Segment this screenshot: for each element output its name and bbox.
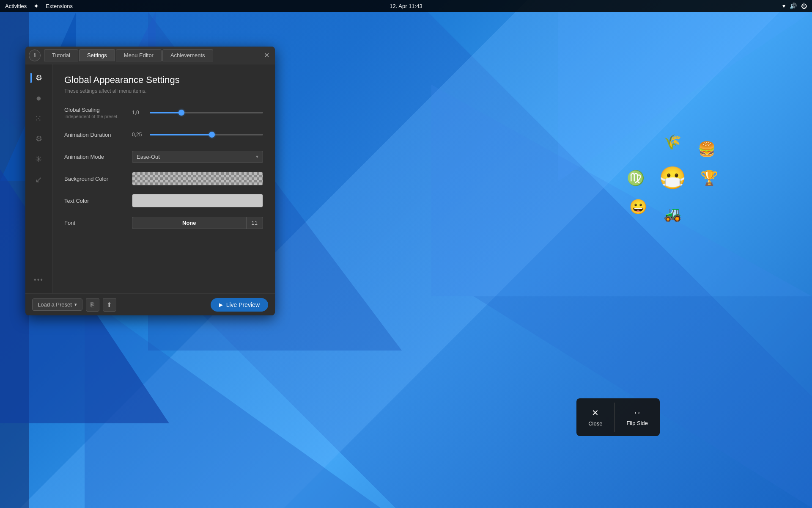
text-color-swatch[interactable] (132, 194, 263, 207)
global-scaling-thumb[interactable] (178, 110, 184, 116)
load-preset-button[interactable]: Load a Preset ▾ (32, 298, 82, 311)
ctx-close-label: Close (588, 420, 602, 427)
gear-icon: ⚙ (36, 73, 42, 83)
font-size-value: 11 (246, 217, 263, 229)
emoji-center[interactable]: 😷 (659, 165, 686, 191)
import-icon: ⬆ (107, 301, 112, 309)
animation-duration-slider[interactable] (150, 134, 263, 135)
animation-duration-label: Animation Duration (64, 132, 132, 138)
import-button[interactable]: ⬆ (103, 298, 116, 312)
font-control-wrapper: None 11 (132, 217, 263, 229)
global-scaling-slider[interactable] (150, 112, 263, 113)
background-color-control (132, 172, 263, 185)
dialog-titlebar: ℹ Tutorial Settings Menu Editor Achievem… (25, 47, 275, 64)
tab-achievements[interactable]: Achievements (162, 49, 213, 61)
topbar-datetime: 12. Apr 11:43 (390, 3, 422, 9)
topbar-left: Activities ✦ Extensions (5, 2, 73, 10)
tab-menu-editor[interactable]: Menu Editor (116, 49, 162, 61)
background-color-label: Background Color (64, 176, 132, 182)
dot-icon: ● (36, 93, 41, 104)
global-scaling-fill (150, 112, 181, 113)
text-color-control (132, 194, 263, 207)
font-selector[interactable]: None 11 (132, 217, 263, 229)
sidebar-item-appearance[interactable]: ⚙ (30, 69, 47, 86)
extensions-label[interactable]: Extensions (46, 3, 73, 9)
font-row: Font None 11 (64, 216, 263, 229)
dialog-tabs: Tutorial Settings Menu Editor Achievemen… (44, 49, 256, 61)
topbar: Activities ✦ Extensions 12. Apr 11:43 ▾ … (0, 0, 812, 12)
close-button[interactable]: ✕ (261, 50, 272, 61)
animation-mode-control: Ease-Out ▾ (132, 151, 263, 163)
bottom-left-controls: Load a Preset ▾ ⎘ ⬆ (32, 298, 116, 312)
animation-duration-fill (150, 134, 212, 135)
live-preview-label: Live Preview (226, 301, 260, 308)
animation-mode-row: Animation Mode Ease-Out ▾ (64, 150, 263, 163)
tab-tutorial[interactable]: Tutorial (44, 49, 78, 61)
ctx-flip-label: Flip Side (626, 420, 648, 426)
global-scaling-value: 1,0 (132, 110, 145, 116)
info-button[interactable]: ℹ (29, 50, 41, 61)
extensions-icon: ✦ (33, 2, 39, 10)
emoji-bottom[interactable]: 🚜 (664, 205, 681, 222)
sidebar: ⚙ ● ⁙ ⚙ ✳ ↙ ••• (25, 64, 52, 293)
emoji-left[interactable]: ♍ (627, 169, 645, 186)
ctx-close-button[interactable]: ✕ Close (576, 403, 614, 432)
live-preview-button[interactable]: ▶ Live Preview (211, 298, 268, 312)
play-icon: ▶ (219, 302, 223, 308)
font-label: Font (64, 220, 132, 226)
close-icon: ✕ (592, 408, 599, 418)
sidebar-item-arrow[interactable]: ↙ (30, 171, 47, 188)
flip-icon: ↔ (633, 408, 642, 417)
gear2-icon: ⚙ (36, 134, 42, 144)
chevron-down-icon: ▾ (74, 302, 77, 307)
emoji-radial-menu: 😷 🌾 🍔 🏆 🚜 😀 ♍ (626, 131, 719, 224)
ctx-flip-button[interactable]: ↔ Flip Side (614, 403, 660, 432)
topbar-right: ▾ 🔊 ⏻ (782, 3, 807, 9)
tab-settings[interactable]: Settings (79, 49, 115, 61)
settings-content: Global Appearance Settings These setting… (52, 64, 275, 293)
sidebar-item-dots[interactable]: ⁙ (30, 110, 47, 127)
checkerboard-pattern (132, 172, 263, 185)
power-icon[interactable]: ⏻ (801, 3, 807, 9)
emoji-right[interactable]: 🏆 (700, 169, 718, 186)
animation-mode-dropdown[interactable]: Ease-Out ▾ (132, 151, 263, 163)
animation-duration-row: Animation Duration 0,25 (64, 128, 263, 141)
emoji-bottom-left[interactable]: 😀 (629, 198, 647, 215)
dots-icon: ⁙ (35, 113, 43, 124)
background-color-swatch[interactable] (132, 172, 263, 185)
sidebar-item-dot[interactable]: ● (30, 90, 47, 107)
animation-duration-value: 0,25 (132, 132, 145, 138)
background-color-row: Background Color (64, 172, 263, 185)
global-scaling-row: Global Scaling Independent of the preset… (64, 106, 263, 119)
sidebar-item-gear2[interactable]: ⚙ (30, 130, 47, 147)
activities-label[interactable]: Activities (5, 3, 27, 9)
bg-shape3 (431, 85, 812, 296)
text-color-row: Text Color (64, 194, 263, 207)
active-indicator (30, 73, 32, 83)
load-preset-label: Load a Preset (38, 301, 72, 308)
page-subtitle: These settings affect all menu items. (64, 88, 263, 94)
wifi-icon[interactable]: ▾ (782, 3, 785, 9)
font-name-value: None (132, 217, 246, 229)
emoji-top-right[interactable]: 🍔 (698, 141, 716, 157)
sidebar-item-sparkle[interactable]: ✳ (30, 151, 47, 168)
copy-button[interactable]: ⎘ (86, 298, 99, 312)
sparkle-icon: ✳ (35, 154, 42, 164)
animation-duration-control[interactable]: 0,25 (132, 132, 263, 138)
page-title: Global Appearance Settings (64, 75, 263, 86)
arrow-icon: ↙ (35, 174, 42, 185)
global-scaling-label: Global Scaling Independent of the preset… (64, 107, 132, 119)
volume-icon[interactable]: 🔊 (790, 3, 797, 9)
text-color-label: Text Color (64, 198, 132, 204)
dialog-bottom-bar: Load a Preset ▾ ⎘ ⬆ ▶ Live Preview (25, 293, 275, 315)
animation-mode-label: Animation Mode (64, 154, 132, 160)
animation-duration-thumb[interactable] (209, 132, 215, 138)
copy-icon: ⎘ (91, 301, 94, 308)
settings-dialog: ℹ Tutorial Settings Menu Editor Achievem… (25, 47, 275, 315)
dialog-body: ⚙ ● ⁙ ⚙ ✳ ↙ ••• Global Appearanc (25, 64, 275, 293)
animation-mode-value: Ease-Out (137, 154, 160, 160)
more-icon: ••• (34, 276, 44, 284)
sidebar-item-more[interactable]: ••• (30, 271, 47, 288)
emoji-top[interactable]: 🌾 (664, 133, 681, 150)
global-scaling-control[interactable]: 1,0 (132, 110, 263, 116)
